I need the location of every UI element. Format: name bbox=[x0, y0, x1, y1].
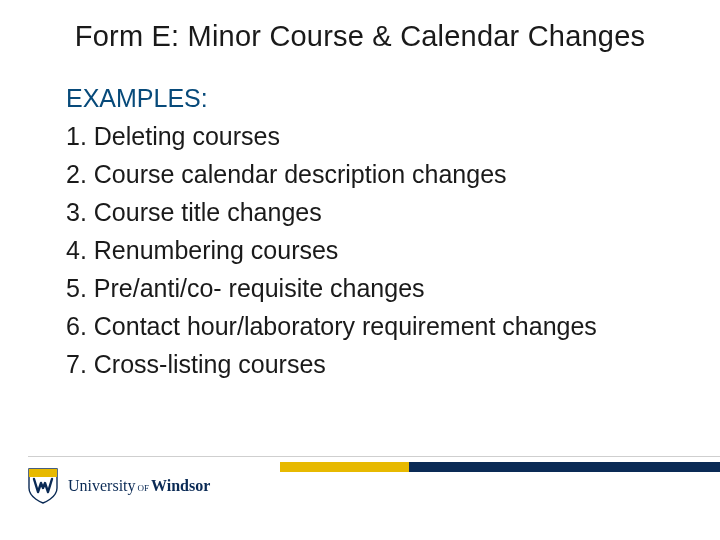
wordmark-of: OF bbox=[136, 483, 152, 493]
wordmark-windsor: Windsor bbox=[151, 477, 210, 494]
list-item: 2. Course calendar description changes bbox=[66, 155, 660, 193]
list-item: 4. Renumbering courses bbox=[66, 231, 660, 269]
list-item: 3. Course title changes bbox=[66, 193, 660, 231]
list-item: 6. Contact hour/laboratory requirement c… bbox=[66, 307, 660, 345]
divider bbox=[28, 456, 720, 457]
stripe-navy bbox=[409, 462, 720, 472]
university-logo: UniversityOFWindsor bbox=[28, 466, 210, 506]
list-item: 5. Pre/anti/co- requisite changes bbox=[66, 269, 660, 307]
list-item: 7. Cross-listing courses bbox=[66, 345, 660, 383]
stripe-gold bbox=[280, 462, 409, 472]
university-wordmark: UniversityOFWindsor bbox=[68, 477, 210, 495]
examples-heading: EXAMPLES: bbox=[66, 84, 660, 113]
slide-footer: UniversityOFWindsor bbox=[0, 456, 720, 510]
shield-icon bbox=[28, 468, 58, 504]
slide-title: Form E: Minor Course & Calendar Changes bbox=[0, 20, 720, 53]
brand-stripe bbox=[280, 462, 720, 472]
list-item: 1. Deleting courses bbox=[66, 117, 660, 155]
slide: Form E: Minor Course & Calendar Changes … bbox=[0, 0, 720, 540]
wordmark-university: University bbox=[68, 477, 136, 494]
slide-body: EXAMPLES: 1. Deleting courses 2. Course … bbox=[66, 84, 660, 383]
